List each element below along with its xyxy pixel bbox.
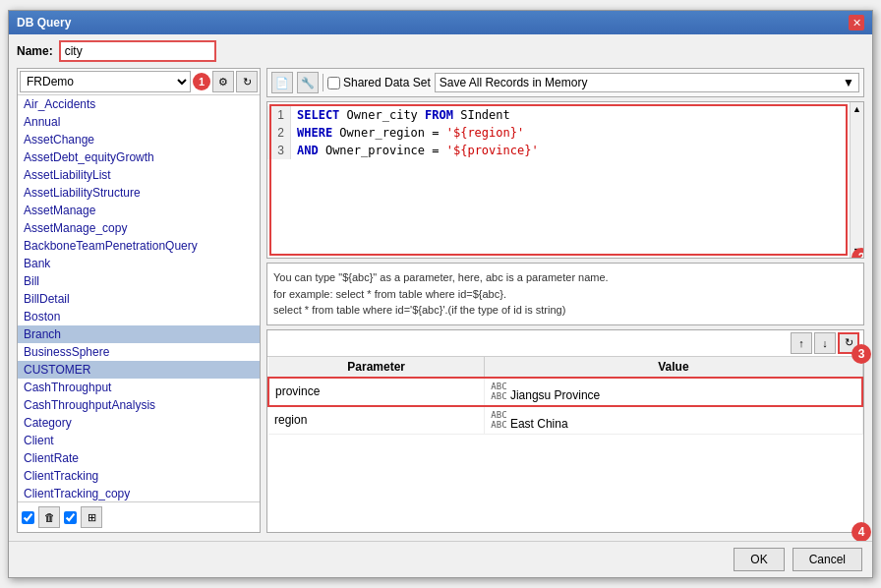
move-down-button[interactable]: ↓ [814, 332, 836, 354]
list-item-branch[interactable]: Branch [18, 325, 260, 343]
table-icon-button[interactable]: ⊞ [81, 506, 102, 528]
line-num-2: 2 [267, 124, 284, 142]
value-col-header: Value [485, 357, 862, 378]
db-selector-row: FRDemo 1 ⚙ ↻ [18, 69, 260, 95]
list-item[interactable]: CashThroughputAnalysis [18, 396, 260, 414]
list-item[interactable]: BusinessSphere [18, 343, 260, 361]
hint-box: You can type "${abc}" as a parameter, he… [266, 263, 864, 325]
list-item[interactable]: Bill [18, 272, 260, 290]
hint-line-3: select * from table where id='${abc}'.(i… [273, 302, 857, 319]
dialog-title: DB Query [17, 16, 71, 29]
shared-data-label: Shared Data Set [343, 76, 431, 89]
main-content: FRDemo 1 ⚙ ↻ Air_Accidents Annual AssetC… [9, 68, 872, 541]
checkbox-2[interactable] [64, 511, 77, 524]
list-item[interactable]: Annual [18, 113, 260, 131]
list-item[interactable]: Client [18, 432, 260, 449]
checkbox-item-1 [22, 511, 34, 524]
db-select[interactable]: FRDemo [20, 71, 191, 92]
sql-line-2: WHERE Owner_region = '${region}' [297, 124, 539, 142]
shared-data-checkbox-label: Shared Data Set [327, 76, 431, 89]
scroll-up-icon[interactable]: ▲ [851, 102, 863, 114]
db-list: Air_Accidents Annual AssetChange AssetDe… [18, 95, 260, 501]
name-input[interactable] [59, 40, 216, 62]
sql-scrollbar[interactable]: ▲ ▼ [850, 102, 863, 258]
list-item[interactable]: Air_Accidents [18, 95, 260, 113]
list-item[interactable]: AssetChange [18, 131, 260, 148]
sql-line-3: AND Owner_province = '${province}' [297, 142, 539, 159]
ok-button[interactable]: OK [734, 548, 784, 571]
list-item[interactable]: AssetLiabilityList [18, 166, 260, 184]
list-item[interactable]: AssetDebt_equityGrowth [18, 148, 260, 166]
list-item[interactable]: AssetManage_copy [18, 219, 260, 237]
cancel-button[interactable]: Cancel [793, 548, 862, 571]
params-section: ↑ ↓ ↻ Parameter Value [266, 329, 864, 534]
list-item[interactable]: ClientTracking_copy [18, 485, 260, 501]
move-up-button[interactable]: ↑ [791, 332, 812, 354]
toolbar-row: 📄 🔧 Shared Data Set Save All Records in … [266, 68, 864, 97]
checkbox-1[interactable] [22, 511, 34, 524]
param-value-region: ABCABC East China [485, 406, 862, 435]
sql-line-1: SELECT Owner_city FROM SIndent [297, 106, 539, 124]
dropdown-arrow-icon: ▼ [843, 76, 854, 89]
table-row: region ABCABC East China [268, 406, 862, 435]
list-item[interactable]: BillDetail [18, 290, 260, 308]
list-item[interactable]: BackboneTeamPenetrationQuery [18, 237, 260, 255]
refresh-button[interactable]: ↻ [236, 71, 258, 92]
params-table: Parameter Value province ABCABC Jiangsu … [267, 357, 863, 533]
right-panel: 📄 🔧 Shared Data Set Save All Records in … [266, 68, 864, 533]
list-item[interactable]: Boston [18, 308, 260, 325]
toolbar-btn-2[interactable]: 🔧 [297, 72, 319, 93]
list-item-customer[interactable]: CUSTOMER [18, 361, 260, 379]
param-name-region: region [268, 406, 485, 435]
settings-button[interactable]: ⚙ [212, 71, 234, 92]
params-toolbar: ↑ ↓ ↻ [267, 330, 863, 357]
badge-1: 1 [193, 73, 210, 90]
left-panel: FRDemo 1 ⚙ ↻ Air_Accidents Annual AssetC… [17, 68, 261, 533]
type-icon-province: ABCABC [491, 382, 506, 401]
save-records-label: Save All Records in Memory [440, 76, 588, 89]
shared-data-checkbox[interactable] [327, 77, 340, 89]
list-item[interactable]: AssetManage [18, 202, 260, 219]
line-num-3: 3 [267, 142, 284, 159]
delete-button[interactable]: 🗑 [38, 506, 60, 528]
line-numbers: 1 2 3 [267, 106, 291, 159]
param-value-province: ABCABC Jiangsu Province [485, 378, 862, 406]
type-icon-region: ABCABC [491, 410, 506, 430]
list-item[interactable]: ClientRate [18, 449, 260, 467]
checkbox-item-2 [64, 511, 77, 524]
param-name-province: province [268, 378, 485, 406]
line-num-1: 1 [267, 106, 284, 124]
param-col-header: Parameter [268, 357, 485, 378]
badge-3: 3 [852, 344, 871, 364]
params-data-table: Parameter Value province ABCABC Jiangsu … [267, 357, 863, 435]
save-records-dropdown[interactable]: Save All Records in Memory ▼ [435, 73, 859, 92]
sql-code: SELECT Owner_city FROM SIndent WHERE Own… [291, 106, 539, 159]
db-query-dialog: DB Query ✕ Name: FRDemo 1 ⚙ ↻ Air_Accide… [8, 10, 873, 578]
list-item[interactable]: Bank [18, 255, 260, 272]
list-item[interactable]: ClientTracking [18, 467, 260, 485]
toolbar-btn-1[interactable]: 📄 [271, 72, 293, 93]
left-bottom-bar: 🗑 ⊞ [18, 501, 260, 532]
list-item[interactable]: AssetLiabilityStructure [18, 184, 260, 202]
name-label: Name: [17, 44, 53, 58]
list-item[interactable]: CashThroughput [18, 379, 260, 396]
close-button[interactable]: ✕ [849, 15, 864, 30]
hint-line-2: for example: select * from table where i… [273, 286, 857, 303]
sql-editor[interactable]: 1 2 3 SELECT Owner_city FROM SIndent WHE… [266, 101, 864, 259]
hint-line-1: You can type "${abc}" as a parameter, he… [273, 269, 857, 286]
list-item[interactable]: Category [18, 414, 260, 432]
dialog-footer: OK Cancel [9, 541, 872, 577]
title-bar: DB Query ✕ [9, 11, 872, 34]
table-row: province ABCABC Jiangsu Province [268, 378, 862, 406]
name-row: Name: [9, 34, 872, 68]
badge-4: 4 [852, 522, 871, 541]
